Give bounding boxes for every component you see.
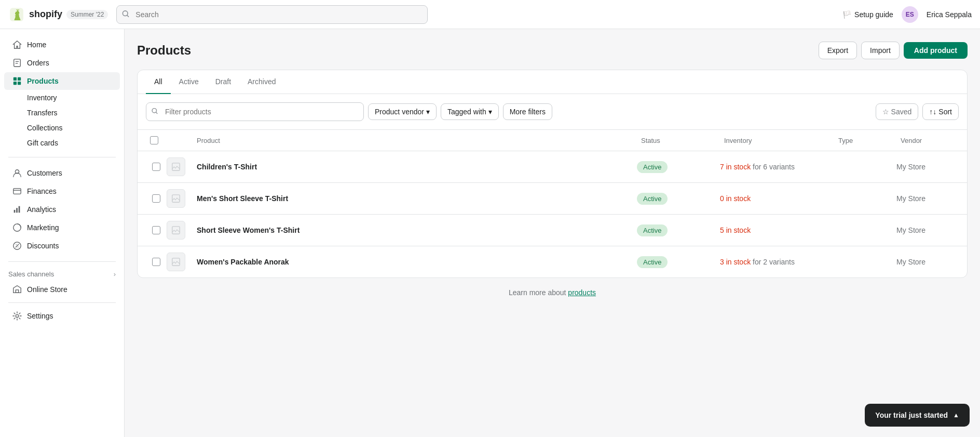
import-button[interactable]: Import <box>861 42 900 59</box>
trial-toast[interactable]: Your trial just started ▲ <box>865 404 970 427</box>
logo-area: S shopify Summer '22 <box>8 6 108 23</box>
sales-channels-chevron-icon[interactable]: › <box>114 270 116 278</box>
row-3-checkbox-cell <box>146 226 167 234</box>
sidebar-item-customers[interactable]: Customers <box>4 164 120 182</box>
sidebar-divider-1 <box>8 157 116 157</box>
sidebar-item-collections[interactable]: Collections <box>27 121 120 135</box>
sidebar-item-settings-label: Settings <box>27 312 53 320</box>
sidebar-item-online-store-label: Online Store <box>27 285 67 294</box>
sidebar-item-online-store[interactable]: Online Store <box>4 281 120 298</box>
row-2-status: Active <box>637 193 720 205</box>
svg-rect-18 <box>172 163 180 170</box>
top-search-input[interactable] <box>116 5 428 24</box>
table-row[interactable]: Women's Packable Anorak Active 3 in stoc… <box>138 246 967 277</box>
row-4-inventory: 3 in stock for 2 variants <box>720 258 834 266</box>
sidebar-item-customers-label: Customers <box>27 169 62 177</box>
top-search-icon <box>121 9 130 19</box>
tab-all[interactable]: All <box>146 70 171 94</box>
tab-draft[interactable]: Draft <box>207 70 239 94</box>
table-row[interactable]: Short Sleeve Women's T-Shirt Active 5 in… <box>138 215 967 246</box>
row-4-status-badge: Active <box>637 256 668 268</box>
row-2-checkbox[interactable] <box>152 194 160 203</box>
sidebar-products-sub: Inventory Transfers Collections Gift car… <box>0 90 124 150</box>
sidebar-item-marketing[interactable]: Marketing <box>4 219 120 236</box>
sidebar-item-products[interactable]: Products <box>4 72 120 90</box>
th-status[interactable]: Status <box>637 135 720 147</box>
sidebar-item-analytics[interactable]: Analytics <box>4 201 120 218</box>
sidebar-item-finances-label: Finances <box>27 187 57 195</box>
tagged-with-filter[interactable]: Tagged with ▾ <box>441 103 499 120</box>
sidebar-main-nav: Home Orders Products <box>0 33 124 153</box>
row-4-product-name: Women's Packable Anorak <box>193 258 637 266</box>
svg-point-16 <box>16 314 18 317</box>
saved-button[interactable]: ☆ Saved <box>876 103 919 120</box>
row-4-checkbox-cell <box>146 258 167 266</box>
marketing-icon <box>12 223 22 232</box>
row-3-checkbox[interactable] <box>152 226 160 234</box>
row-1-thumbnail <box>167 157 185 176</box>
sidebar-item-orders[interactable]: Orders <box>4 54 120 72</box>
header-checkbox[interactable] <box>150 136 158 144</box>
tab-archived[interactable]: Archived <box>239 70 284 94</box>
sort-button[interactable]: ↑↓ Sort <box>922 103 959 120</box>
setup-guide-button[interactable]: 🏳️ Setup guide <box>842 10 893 19</box>
row-4-inventory-suffix: for 2 variants <box>753 258 795 266</box>
th-type[interactable]: Type <box>834 135 896 147</box>
learn-more-link[interactable]: products <box>568 288 596 297</box>
export-button[interactable]: Export <box>819 42 857 59</box>
svg-rect-12 <box>19 206 20 213</box>
sidebar-item-gift-cards[interactable]: Gift cards <box>27 136 120 150</box>
tab-active[interactable]: Active <box>171 70 207 94</box>
learn-more-text: Learn more about <box>509 288 568 297</box>
tagged-with-filter-label: Tagged with <box>447 108 486 116</box>
svg-rect-10 <box>14 210 16 213</box>
svg-rect-7 <box>18 82 21 85</box>
svg-rect-4 <box>13 77 17 81</box>
row-2-inventory-count: 0 in stock <box>720 194 751 203</box>
sidebar-item-transfers[interactable]: Transfers <box>27 105 120 120</box>
row-4-inventory-count: 3 in stock <box>720 258 751 266</box>
more-filters-button[interactable]: More filters <box>503 103 552 120</box>
product-vendor-filter[interactable]: Product vendor ▾ <box>368 103 437 120</box>
logo-text: shopify <box>29 9 62 20</box>
th-vendor[interactable]: Vendor <box>896 135 959 147</box>
sales-channels-section-label: Sales channels › <box>0 266 124 280</box>
more-filters-label: More filters <box>510 108 546 116</box>
sidebar-more-nav: Customers Finances Analytics <box>0 162 124 257</box>
main-content: Products Export Import Add product All A… <box>125 29 980 437</box>
table-header: Product Status Inventory Type Vendor <box>138 130 967 151</box>
row-1-checkbox[interactable] <box>152 163 160 171</box>
content-footer: Learn more about products <box>137 288 968 297</box>
table-row[interactable]: Children's T-Shirt Active 7 in stock for… <box>138 151 967 183</box>
sidebar-item-settings[interactable]: Settings <box>4 307 120 325</box>
th-inventory[interactable]: Inventory <box>720 135 834 147</box>
shopify-logo-icon: S <box>8 6 25 23</box>
row-2-product-name: Men's Short Sleeve T-Shirt <box>193 194 637 203</box>
filter-products-input[interactable] <box>146 102 364 121</box>
sidebar-item-discounts-label: Discounts <box>27 242 59 250</box>
add-product-button[interactable]: Add product <box>904 42 968 59</box>
avatar[interactable]: ES <box>902 6 918 23</box>
svg-rect-20 <box>172 227 180 234</box>
finances-icon <box>12 187 22 196</box>
th-product[interactable]: Product <box>193 135 637 147</box>
top-bar: S shopify Summer '22 🏳️ Setup guide ES E… <box>0 0 980 29</box>
filters-row: Product vendor ▾ Tagged with ▾ More filt… <box>138 94 967 130</box>
star-icon: ☆ <box>882 108 889 116</box>
row-2-inventory: 0 in stock <box>720 194 834 203</box>
row-4-checkbox[interactable] <box>152 258 160 266</box>
row-2-status-badge: Active <box>637 193 668 205</box>
row-3-status-badge: Active <box>637 224 668 236</box>
sidebar-item-finances[interactable]: Finances <box>4 182 120 200</box>
sales-channels-label: Sales channels <box>8 270 54 278</box>
online-store-icon <box>12 285 22 294</box>
top-bar-right: 🏳️ Setup guide ES Erica Seppala <box>842 6 972 23</box>
sidebar-item-discounts[interactable]: Discounts <box>4 237 120 255</box>
setup-guide-label: Setup guide <box>854 10 893 19</box>
row-1-status-badge: Active <box>637 161 668 173</box>
table-row[interactable]: Men's Short Sleeve T-Shirt Active 0 in s… <box>138 183 967 215</box>
row-4-thumbnail <box>167 253 185 271</box>
sidebar-item-inventory[interactable]: Inventory <box>27 90 120 105</box>
sidebar-item-home[interactable]: Home <box>4 36 120 54</box>
sort-icon: ↑↓ <box>929 108 936 116</box>
